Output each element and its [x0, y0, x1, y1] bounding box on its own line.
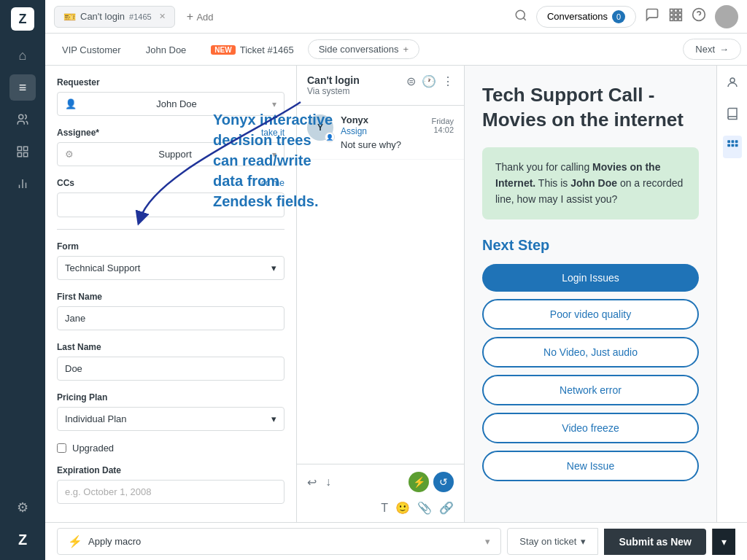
first-name-input[interactable]: Jane — [57, 306, 285, 330]
conversation-item: Y 👤 Yonyx Assign Friday 14 — [297, 106, 464, 160]
apps-icon[interactable] — [668, 7, 683, 26]
link-icon[interactable]: 🔗 — [439, 501, 454, 515]
tab-ticket[interactable]: NEW Ticket #1465 — [200, 38, 304, 61]
form-chevron-icon: ▾ — [271, 262, 276, 273]
sidebar-tickets-icon[interactable]: ≡ — [9, 74, 36, 101]
svg-rect-24 — [735, 140, 738, 143]
conversations-label: Conversations — [547, 11, 608, 22]
greeting-text: Thank you for calling — [495, 161, 592, 173]
add-icon: + — [187, 10, 193, 23]
conv-day: Friday — [431, 117, 454, 125]
sidebar-home-icon[interactable]: ⌂ — [9, 42, 36, 69]
upgraded-label[interactable]: Upgraded — [72, 443, 114, 454]
upgraded-checkbox-row: Upgraded — [57, 443, 285, 454]
svg-rect-4 — [18, 153, 21, 157]
conv-header: Yonyx Assign Friday 14:02 — [341, 114, 454, 136]
app-logo: Z — [11, 7, 34, 31]
pricing-select[interactable]: Individual Plan ▾ — [57, 407, 285, 431]
avatar-badge-icon: 👤 — [325, 132, 335, 142]
assignee-input[interactable]: ⚙ Support ▾ — [57, 142, 285, 166]
tab-vip-customer[interactable]: VIP Customer — [51, 38, 132, 61]
svg-rect-16 — [670, 18, 673, 20]
green-action-icon[interactable]: ⚡ — [409, 472, 429, 492]
right-apps-icon[interactable] — [723, 136, 742, 158]
decision-btn-1[interactable]: Poor video quality — [482, 299, 699, 330]
conv-author: Yonyx — [341, 114, 368, 125]
attachment-icon[interactable]: 📎 — [417, 501, 432, 515]
topbar: 🎫 Can't login #1465 ✕ + Add Conversation… — [45, 0, 747, 34]
filter-icon[interactable]: ⊜ — [406, 74, 416, 88]
right-book-icon[interactable] — [723, 104, 742, 127]
svg-rect-12 — [678, 9, 681, 12]
ticket-tab-label: Ticket #1465 — [240, 44, 294, 55]
svg-rect-23 — [731, 140, 734, 143]
conv-message: Not sure why? — [341, 139, 454, 150]
form-select[interactable]: Technical Support ▾ — [57, 256, 285, 280]
sidebar-users-icon[interactable] — [9, 106, 36, 133]
conv-assign-link[interactable]: Assign — [341, 126, 367, 136]
ticket-via: Via system — [307, 86, 360, 96]
apply-macro-button[interactable]: ⚡ Apply macro ▾ — [57, 528, 501, 555]
decision-btn-4[interactable]: Video freeze — [482, 413, 699, 443]
svg-rect-27 — [735, 144, 738, 147]
next-arrow-icon: → — [719, 44, 729, 55]
upgraded-checkbox[interactable] — [57, 443, 66, 453]
middle-icons: ⊜ 🕐 ⋮ — [406, 74, 454, 88]
side-conversations-button[interactable]: Side conversations + — [308, 39, 419, 59]
tab-john-doe[interactable]: John Doe — [135, 38, 198, 61]
conv-avatar: Y 👤 — [307, 114, 333, 141]
more-icon[interactable]: ⋮ — [442, 74, 454, 88]
svg-line-9 — [523, 18, 525, 20]
requester-value: John Doe — [156, 98, 197, 109]
expiration-field: Expiration Date e.g. October 1, 2008 — [57, 465, 285, 504]
next-button[interactable]: Next → — [683, 39, 741, 60]
requester-field: Requester 👤 John Doe ▾ — [57, 77, 285, 116]
right-user-icon[interactable] — [723, 73, 742, 96]
decision-btn-0[interactable]: Login Issues — [482, 264, 699, 292]
sidebar-org-icon[interactable] — [9, 139, 36, 165]
pricing-chevron-icon: ▾ — [271, 413, 276, 424]
svg-rect-3 — [24, 153, 28, 157]
chat-icon[interactable] — [645, 7, 659, 26]
take-it-link[interactable]: take it — [261, 128, 285, 138]
reply-down-icon[interactable]: ↓ — [325, 475, 331, 489]
sidebar-zendesk-icon[interactable]: Z — [9, 526, 36, 553]
tab-close-icon[interactable]: ✕ — [159, 12, 166, 21]
assignee-field: Assignee* take it ⚙ Support ▾ — [57, 128, 285, 166]
user-icon: 👤 — [65, 98, 77, 109]
history-icon[interactable]: 🕐 — [422, 74, 436, 88]
add-tab-button[interactable]: + Add — [181, 7, 220, 26]
expiration-input[interactable]: e.g. October 1, 2008 — [57, 480, 285, 504]
user-avatar[interactable] — [715, 5, 738, 28]
ccs-input[interactable] — [57, 192, 285, 217]
ticket-tab[interactable]: 🎫 Can't login #1465 ✕ — [54, 6, 175, 28]
conv-name-group: Yonyx Assign — [341, 114, 368, 136]
blue-action-icon[interactable]: ↺ — [433, 472, 454, 492]
this-is-text: This is — [535, 177, 570, 189]
help-icon[interactable] — [692, 7, 706, 26]
text-format-icon[interactable]: T — [381, 502, 388, 515]
search-icon[interactable] — [514, 9, 527, 25]
reply-icon[interactable]: ↩ — [307, 475, 317, 489]
cc-me-link[interactable]: cc me — [261, 178, 285, 188]
decision-btn-2[interactable]: No Video, Just audio — [482, 337, 699, 368]
john-doe-tab-label: John Doe — [146, 44, 187, 55]
middle-header: Can't login Via system ⊜ 🕐 ⋮ — [297, 66, 464, 106]
submit-dropdown-button[interactable]: ▾ — [712, 529, 735, 555]
panels-container: Requester 👤 John Doe ▾ Assignee* take it… — [45, 66, 747, 522]
sidebar-settings-icon[interactable]: ⚙ — [9, 494, 36, 521]
decision-btn-5[interactable]: New Issue — [482, 451, 699, 481]
submit-as-new-button[interactable]: Submit as New — [604, 529, 706, 555]
last-name-input[interactable]: Doe — [57, 357, 285, 381]
sidebar-reporting-icon[interactable] — [9, 171, 36, 197]
decision-btn-3[interactable]: Network error — [482, 375, 699, 405]
requester-input[interactable]: 👤 John Doe ▾ — [57, 92, 285, 116]
stay-on-ticket-button[interactable]: Stay on ticket ▾ — [507, 528, 598, 555]
bottom-bar: ⚡ Apply macro ▾ Stay on ticket ▾ Submit … — [45, 522, 747, 560]
conversations-button[interactable]: Conversations 0 — [536, 6, 636, 28]
compose-tools: T 🙂 📎 🔗 — [307, 498, 454, 515]
pricing-label: Pricing Plan — [57, 392, 285, 402]
svg-rect-18 — [678, 18, 681, 20]
emoji-icon[interactable]: 🙂 — [395, 501, 410, 515]
conversation-list: Y 👤 Yonyx Assign Friday 14 — [297, 106, 464, 464]
